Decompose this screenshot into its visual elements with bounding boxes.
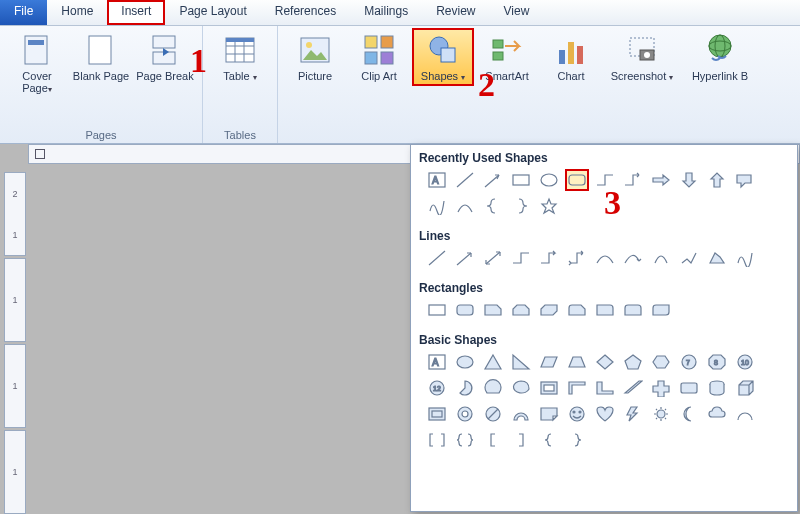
shape-rect-round2[interactable] [621, 299, 645, 321]
shape-textbox2[interactable]: A [425, 351, 449, 373]
shape-scribble[interactable] [425, 195, 449, 217]
shape-smiley[interactable] [565, 403, 589, 425]
shape-rect-snip1[interactable] [481, 299, 505, 321]
shape-rect-rounddiag[interactable] [649, 299, 673, 321]
shape-frame[interactable] [537, 377, 561, 399]
shape-curve[interactable] [593, 247, 617, 269]
shape-freeform-open[interactable] [677, 247, 701, 269]
svg-rect-53 [544, 385, 554, 391]
tab-references[interactable]: References [261, 0, 350, 25]
shape-down-arrow[interactable] [677, 169, 701, 191]
shape-left-bracket[interactable] [481, 429, 505, 451]
shape-left-brace2[interactable] [537, 429, 561, 451]
shape-right-brace[interactable] [509, 195, 533, 217]
shape-right-arrow[interactable] [649, 169, 673, 191]
shape-rect-snip2[interactable] [509, 299, 533, 321]
shape-up-arrow[interactable] [705, 169, 729, 191]
shape-rounded-rectangle[interactable] [565, 169, 589, 191]
shape-star[interactable] [537, 195, 561, 217]
page-break-button[interactable]: Page Break [136, 30, 194, 96]
shape-rect-plain[interactable] [425, 299, 449, 321]
vertical-ruler[interactable]: 21 1 1 1 [4, 172, 26, 514]
shape-l-shape[interactable] [593, 377, 617, 399]
shape-sun[interactable] [649, 403, 673, 425]
shape-bevel[interactable] [425, 403, 449, 425]
tab-file[interactable]: File [0, 0, 47, 25]
shape-arc[interactable] [453, 195, 477, 217]
shape-parallelogram[interactable] [537, 351, 561, 373]
screenshot-button[interactable]: Screenshot ▾ [606, 30, 678, 84]
tab-view[interactable]: View [490, 0, 544, 25]
tab-page-layout[interactable]: Page Layout [165, 0, 260, 25]
shape-can[interactable] [705, 377, 729, 399]
shape-right-bracket[interactable] [509, 429, 533, 451]
clip-art-button[interactable]: Clip Art [350, 30, 408, 84]
shape-arrow-line[interactable] [481, 169, 505, 191]
shape-dodecagon[interactable]: 12 [425, 377, 449, 399]
svg-point-26 [644, 52, 650, 58]
shape-diamond[interactable] [593, 351, 617, 373]
shape-trapezoid[interactable] [565, 351, 589, 373]
blank-page-button[interactable]: Blank Page [72, 30, 130, 96]
shape-heptagon[interactable]: 7 [677, 351, 701, 373]
shape-line[interactable] [425, 247, 449, 269]
shape-arrow-line[interactable] [453, 247, 477, 269]
shape-diag-stripe[interactable] [621, 377, 645, 399]
shape-rectangle[interactable] [509, 169, 533, 191]
shape-curve-double[interactable] [649, 247, 673, 269]
cover-page-button[interactable]: Cover Page▾ [8, 30, 66, 96]
shape-rect-rounded[interactable] [453, 299, 477, 321]
shape-rect-sniprnd[interactable] [565, 299, 589, 321]
shape-oval[interactable] [537, 169, 561, 191]
tab-review[interactable]: Review [422, 0, 489, 25]
shape-arc2[interactable] [733, 403, 757, 425]
shape-elbow-double[interactable] [565, 247, 589, 269]
tab-insert[interactable]: Insert [107, 0, 165, 25]
shape-double-brace[interactable] [453, 429, 477, 451]
shape-right-brace2[interactable] [565, 429, 589, 451]
shape-hexagon[interactable] [649, 351, 673, 373]
shape-heart[interactable] [593, 403, 617, 425]
shape-rect-snip-diag[interactable] [537, 299, 561, 321]
shape-moon[interactable] [677, 403, 701, 425]
shape-plaque[interactable] [677, 377, 701, 399]
shape-elbow-connector[interactable] [509, 247, 533, 269]
shape-lightning[interactable] [621, 403, 645, 425]
chart-button[interactable]: Chart [542, 30, 600, 84]
shape-donut[interactable] [453, 403, 477, 425]
shape-cloud[interactable] [705, 403, 729, 425]
shape-line[interactable] [453, 169, 477, 191]
shape-block-arc[interactable] [509, 403, 533, 425]
shape-no-symbol[interactable] [481, 403, 505, 425]
shape-left-brace[interactable] [481, 195, 505, 217]
tab-mailings[interactable]: Mailings [350, 0, 422, 25]
shape-pentagon[interactable] [621, 351, 645, 373]
shape-elbow-arrow[interactable] [621, 169, 645, 191]
shape-cube[interactable] [733, 377, 757, 399]
table-button[interactable]: Table ▾ [211, 30, 269, 84]
shape-octagon[interactable]: 8 [705, 351, 729, 373]
shape-textbox[interactable]: A [425, 169, 449, 191]
hyperlink-button[interactable]: Hyperlink B [684, 30, 756, 84]
shape-chord[interactable] [481, 377, 505, 399]
shape-freeform-closed[interactable] [705, 247, 729, 269]
shape-pie[interactable] [453, 377, 477, 399]
shape-elbow-arrow[interactable] [537, 247, 561, 269]
shape-rect-round1[interactable] [593, 299, 617, 321]
shape-double-bracket[interactable] [425, 429, 449, 451]
shape-half-frame[interactable] [565, 377, 589, 399]
shapes-button[interactable]: Shapes ▾ [412, 28, 474, 86]
shape-oval2[interactable] [453, 351, 477, 373]
picture-button[interactable]: Picture [286, 30, 344, 84]
shape-callout[interactable] [733, 169, 757, 191]
shape-scribble2[interactable] [733, 247, 757, 269]
shape-decagon[interactable]: 10 [733, 351, 757, 373]
shape-teardrop[interactable] [509, 377, 533, 399]
tab-home[interactable]: Home [47, 0, 107, 25]
shape-folded-corner[interactable] [537, 403, 561, 425]
shape-double-arrow[interactable] [481, 247, 505, 269]
shape-curve-arrow[interactable] [621, 247, 645, 269]
shape-triangle[interactable] [481, 351, 505, 373]
shape-plus[interactable] [649, 377, 673, 399]
shape-right-triangle[interactable] [509, 351, 533, 373]
